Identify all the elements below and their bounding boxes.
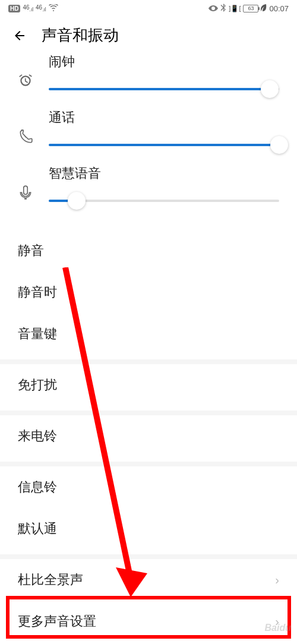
phone-icon	[18, 129, 33, 144]
wifi-icon	[49, 4, 58, 13]
item-dnd[interactable]: 免打扰	[0, 364, 297, 406]
slider-alarm: 闹钟	[18, 53, 279, 98]
chevron-right-icon: ›	[275, 615, 279, 629]
slider-call: 通话	[18, 109, 279, 154]
item-default-notify[interactable]: 默认通	[0, 508, 297, 550]
item-ringtone-label: 来电铃	[18, 427, 57, 445]
leaf-icon	[261, 4, 267, 13]
alarm-icon	[18, 73, 33, 89]
item-default-notify-label: 默认通	[18, 520, 57, 538]
item-ringtone[interactable]: 来电铃	[0, 415, 297, 457]
item-dolby-label: 杜比全景声	[18, 571, 83, 589]
eye-icon	[208, 4, 218, 13]
hd-badge: HD	[8, 5, 20, 12]
status-left: HD 46.ıl 46.ıl	[8, 4, 58, 13]
settings-list: 静音 静音时 音量键 免打扰 来电铃 信息铃 默认通 杜比全景声 › 更多声音设…	[0, 226, 297, 642]
page-title: 声音和振动	[42, 25, 119, 46]
item-volume-key[interactable]: 音量键	[0, 313, 297, 355]
item-volume-key-label: 音量键	[18, 325, 57, 343]
call-slider[interactable]	[49, 136, 279, 154]
item-message-tone[interactable]: 信息铃	[0, 466, 297, 508]
voice-label: 智慧语音	[49, 165, 279, 182]
alarm-label: 闹钟	[49, 53, 279, 71]
item-dolby[interactable]: 杜比全景声 ›	[0, 559, 297, 601]
item-mute-when-label: 静音时	[18, 283, 57, 301]
voice-slider[interactable]	[49, 192, 279, 210]
item-mute[interactable]: 静音	[0, 230, 297, 272]
status-bar: HD 46.ıl 46.ıl ]📱[ 63 00:07	[0, 0, 297, 17]
battery-icon: 63	[243, 5, 258, 12]
vibrate-icon: ]📱[	[229, 5, 241, 12]
signal-2: 46.ıl	[36, 5, 46, 12]
status-right: ]📱[ 63 00:07	[208, 4, 289, 14]
slider-voice: 智慧语音	[18, 165, 279, 210]
mic-icon	[18, 185, 33, 200]
alarm-slider[interactable]	[49, 80, 279, 98]
item-more-sound[interactable]: 更多声音设置 ›	[0, 601, 297, 642]
item-more-sound-label: 更多声音设置	[18, 613, 96, 630]
signal-1: 46.ıl	[23, 5, 33, 12]
item-message-tone-label: 信息铃	[18, 478, 57, 496]
clock-text: 00:07	[269, 4, 289, 13]
bluetooth-icon	[220, 4, 226, 14]
back-button[interactable]	[12, 28, 27, 43]
chevron-right-icon: ›	[275, 573, 279, 587]
item-mute-when[interactable]: 静音时	[0, 272, 297, 313]
call-label: 通话	[49, 109, 279, 127]
volume-sliders: 闹钟 通话 智慧语音	[0, 53, 297, 226]
item-dnd-label: 免打扰	[18, 376, 57, 394]
item-mute-label: 静音	[18, 242, 44, 260]
page-header: 声音和振动	[0, 17, 297, 53]
